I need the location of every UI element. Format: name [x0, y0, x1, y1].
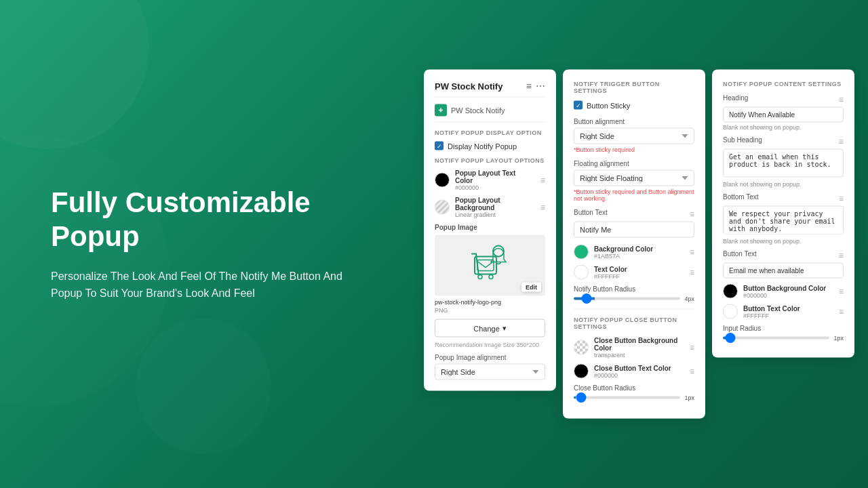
sticky-row: ✓ Button Sticky — [574, 101, 694, 110]
bg-decoration-1 — [0, 0, 149, 149]
display-checkbox[interactable]: ✓ — [435, 142, 443, 150]
floating-alignment-select[interactable]: Left Side Floating Right Side Floating — [574, 170, 694, 186]
close-text-color-swatch[interactable] — [574, 364, 589, 379]
close-radius-group: Close Button Radius 1px — [574, 384, 694, 401]
text-color-swatch[interactable] — [435, 173, 450, 188]
trigger-text-color-info: Text Color #FFFFFF — [594, 265, 627, 279]
btn-text-stack-icon[interactable]: ≡ — [839, 250, 844, 260]
btn-bg-stack-icon[interactable]: ≡ — [839, 287, 844, 296]
close-text-value: #000000 — [594, 371, 671, 378]
trigger-text-color-swatch[interactable] — [574, 265, 589, 280]
close-radius-slider-row: 1px — [574, 394, 694, 401]
heading-stack-icon[interactable]: ≡ — [839, 94, 844, 104]
heading-input[interactable] — [723, 107, 844, 123]
more-icon[interactable]: ⋯ — [536, 81, 545, 92]
button-text-input[interactable] — [574, 222, 694, 238]
bg-color-swatch[interactable] — [435, 200, 450, 215]
bottom-text-note: Blank not showing on popup. — [723, 238, 844, 245]
btn-text-color-swatch[interactable] — [723, 304, 738, 319]
bottom-text-group: Bottom Text ≡ We respect your privacy an… — [723, 193, 844, 245]
close-radius-slider[interactable] — [574, 396, 680, 399]
rec-text: Recommendation Image Size 350*200 — [435, 342, 545, 348]
change-arrow: ▾ — [502, 324, 507, 333]
floating-alignment-label: Floating alignment — [574, 160, 694, 167]
btn-bg-color-swatch[interactable] — [723, 284, 738, 299]
close-text-stack-icon[interactable]: ≡ — [690, 367, 694, 376]
change-button[interactable]: Change ▾ — [435, 319, 545, 338]
trigger-text-stack-icon[interactable]: ≡ — [690, 268, 694, 277]
btn-text-label-row: Button Text ≡ — [723, 250, 844, 260]
btn-bg-color-value: #000000 — [743, 291, 826, 298]
hero-heading: Fully Customizable Popup — [51, 186, 363, 254]
button-text-group: Button Text ≡ — [574, 209, 694, 238]
subheading-group: Sub Heading ≡ Get an email when this pro… — [723, 136, 844, 188]
card1-display-checkbox-row: ✓ Display Notify Popup — [435, 142, 545, 150]
btn-text-stack-icon[interactable]: ≡ — [839, 307, 844, 317]
heading-note: Blank not showing on popup. — [723, 124, 844, 131]
button-alignment-select[interactable]: Left Side Center Right Side — [574, 128, 694, 144]
card1-title: PW Stock Notify — [435, 81, 502, 91]
input-radius-group: Input Radius 1px — [723, 325, 844, 342]
alignment-select[interactable]: Left Side Center Right Side — [435, 364, 545, 380]
popup-image-svg — [467, 242, 514, 289]
bg-color-row: Popup Layout Background Linear gradient … — [435, 197, 545, 218]
btn-text-input[interactable] — [723, 263, 844, 279]
radius-slider[interactable] — [574, 298, 680, 300]
bg-color-stack-icon[interactable]: ≡ — [540, 203, 545, 212]
logo-icon — [435, 104, 447, 117]
close-bg-label: Close Button Background Color — [594, 337, 684, 352]
btn-bg-color-row: Button Background Color #000000 ≡ — [723, 284, 844, 299]
button-text-stack-icon[interactable]: ≡ — [690, 209, 694, 218]
change-label: Change — [473, 324, 500, 332]
subheading-textarea[interactable]: Get an email when this product is back i… — [723, 149, 844, 178]
trigger-bg-color-label: Background Color — [594, 245, 653, 252]
bottom-text-textarea[interactable]: We respect your privacy and don't share … — [723, 206, 844, 235]
bottom-text-label: Bottom Text — [723, 193, 759, 201]
trigger-bg-color-info: Background Color #1AB57A — [594, 245, 653, 259]
card2-close-title: NOTIFY POPUP CLOSE BUTTON SETTINGS — [574, 317, 694, 330]
text-color-value: #000000 — [455, 184, 535, 191]
radius-slider-row: 4px — [574, 296, 694, 302]
bg-color-label: Popup Layout Background — [455, 197, 535, 211]
close-bg-value: transparent — [594, 352, 684, 359]
card3-title: NOTIFY POPUP CONTENT SETTINGS — [723, 81, 844, 87]
trigger-bg-stack-icon[interactable]: ≡ — [690, 247, 694, 257]
floating-note: *Button sticky required and Button align… — [574, 188, 694, 202]
btn-text-color-value: #FFFFFF — [743, 312, 800, 319]
svg-point-1 — [493, 246, 504, 257]
trigger-bg-color-value: #1AB57A — [594, 252, 653, 259]
sticky-required-note: *Button sticky required — [574, 146, 694, 153]
bottom-text-stack-icon[interactable]: ≡ — [839, 193, 844, 203]
text-color-label: Popup Layout Text Color — [455, 169, 535, 184]
sticky-checkbox[interactable]: ✓ — [574, 101, 583, 110]
card1-logo-row: PW Stock Notify — [435, 104, 545, 123]
btn-text-color-info: Button Text Color #FFFFFF — [743, 304, 800, 319]
close-bg-stack-icon[interactable]: ≡ — [690, 343, 694, 352]
close-bg-color-swatch[interactable] — [574, 340, 589, 355]
close-text-color-info: Close Button Text Color #000000 — [594, 364, 671, 378]
popup-image-box: Edit — [435, 235, 545, 296]
btn-text-group: Button Text ≡ — [723, 250, 844, 279]
cards-container: PW Stock Notify ≡ ⋯ PW Stock Notify NOTI… — [424, 70, 854, 419]
subheading-label-row: Sub Heading ≡ — [723, 136, 844, 146]
card1-logo-text: PW Stock Notify — [451, 106, 505, 115]
card2-divider — [574, 309, 694, 310]
edit-badge[interactable]: Edit — [521, 283, 541, 292]
button-text-row: Button Text ≡ — [574, 209, 694, 219]
trigger-bg-color-row: Background Color #1AB57A ≡ — [574, 245, 694, 260]
card2-title: NOTIFY TRIGGER BUTTON SETTINGS — [574, 81, 694, 94]
trigger-text-color-value: #FFFFFF — [594, 272, 627, 279]
hero-description: Personalize The Look And Feel Of The Not… — [51, 268, 363, 302]
subheading-stack-icon[interactable]: ≡ — [839, 136, 844, 146]
stack-icon[interactable]: ≡ — [526, 81, 532, 92]
trigger-bg-color-swatch[interactable] — [574, 245, 589, 260]
text-color-stack-icon[interactable]: ≡ — [540, 176, 545, 185]
card1-header: PW Stock Notify ≡ ⋯ — [435, 81, 545, 98]
subheading-label: Sub Heading — [723, 136, 762, 144]
hero-section: Fully Customizable Popup Personalize The… — [51, 186, 363, 302]
card1-section-display: NOTIFY POPUP DISPLAY OPTION — [435, 129, 545, 136]
trigger-text-color-label: Text Color — [594, 265, 627, 272]
radius-label: Notify Button Radius — [574, 285, 694, 293]
input-radius-slider[interactable] — [723, 337, 829, 340]
bg-color-info: Popup Layout Background Linear gradient — [455, 197, 535, 218]
